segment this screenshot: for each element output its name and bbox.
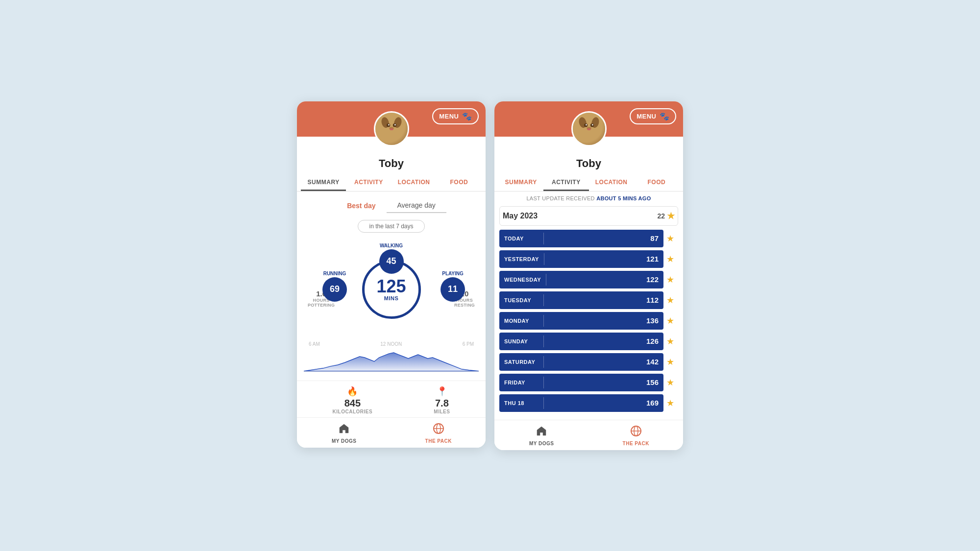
svg-point-20 <box>586 124 587 125</box>
today-name: TODAY <box>504 236 539 241</box>
calories-stat: 🔥 845 KILOCALORIES <box>333 386 373 414</box>
time-chart: 6 AM 12 NOON 6 PM <box>304 341 479 376</box>
month-score: 22 <box>657 212 665 220</box>
right-bottom-nav: MY DOGS THE PACK <box>494 420 683 450</box>
wednesday-name: WEDNESDAY <box>504 277 541 283</box>
day-toggle: Best day Average day <box>304 198 479 213</box>
playing-value: 11 <box>448 284 458 294</box>
day-row-tuesday: TUESDAY 112 ★ <box>499 291 678 309</box>
friday-name: FRIDAY <box>504 380 539 385</box>
month-star-icon: ★ <box>667 211 675 221</box>
right-tab-food[interactable]: FOOD <box>634 174 679 191</box>
running-value: 69 <box>330 284 340 294</box>
total-mins-label: MINS <box>384 295 399 301</box>
right-nav-the-pack[interactable]: THE PACK <box>589 420 684 450</box>
time-label-6am: 6 AM <box>309 341 320 347</box>
day-rows: TODAY 87 ★ YESTERDAY 121 ★ <box>499 230 678 412</box>
the-pack-icon <box>433 423 444 437</box>
thu18-name: THU 18 <box>504 400 539 406</box>
left-nav-the-pack[interactable]: THE PACK <box>392 418 486 448</box>
yesterday-name: YESTERDAY <box>504 256 539 262</box>
miles-stat: 📍 7.8 MILES <box>434 386 450 414</box>
best-day-button[interactable]: Best day <box>336 198 386 213</box>
last-update-prefix: LAST UPDATE RECEIVED <box>526 195 594 201</box>
day-row-wednesday: WEDNESDAY 122 ★ <box>499 271 678 288</box>
date-range-button[interactable]: in the last 7 days <box>358 220 424 233</box>
activity-diagram: 1.6 HOURS POTTERING 20 HOURS RESTING 70 … <box>304 240 479 338</box>
running-label: RUNNING <box>323 271 346 276</box>
left-nav-pack-label: THE PACK <box>425 438 452 444</box>
time-label-noon: 12 NOON <box>380 341 402 347</box>
tuesday-star: ★ <box>666 295 674 306</box>
month-label: May 2023 <box>503 212 538 220</box>
day-row-today: TODAY 87 ★ <box>499 230 678 247</box>
pottering-label2: POTTERING <box>308 303 335 308</box>
my-dogs-icon <box>338 423 350 437</box>
right-tab-summary[interactable]: SUMMARY <box>498 174 543 191</box>
sunday-name: SUNDAY <box>504 338 539 344</box>
thu18-score: 169 <box>646 399 659 407</box>
left-avatar <box>374 111 409 146</box>
monday-score: 136 <box>646 316 659 325</box>
walking-circle: 45 <box>379 249 404 274</box>
left-tab-summary[interactable]: SUMMARY <box>301 174 346 191</box>
left-paw-icon: 🐾 <box>462 112 472 121</box>
day-row-yesterday: YESTERDAY 121 ★ <box>499 250 678 268</box>
tuesday-score: 112 <box>646 296 659 304</box>
walking-value: 45 <box>386 256 396 266</box>
left-header: MENU 🐾 <box>297 101 486 137</box>
left-tab-food[interactable]: FOOD <box>437 174 482 191</box>
miles-icon: 📍 <box>437 386 447 397</box>
walking-section: WALKING 45 <box>379 243 404 274</box>
monday-name: MONDAY <box>504 318 539 324</box>
right-the-pack-icon <box>630 425 642 440</box>
right-menu-button[interactable]: MENU 🐾 <box>630 108 676 124</box>
sunday-star: ★ <box>666 336 674 347</box>
right-nav-my-dogs-label: MY DOGS <box>529 441 554 446</box>
left-nav-my-dogs[interactable]: MY DOGS <box>297 418 392 448</box>
yesterday-star: ★ <box>666 254 674 264</box>
month-stars: 22 ★ <box>657 211 675 221</box>
right-my-dogs-icon <box>536 425 547 440</box>
average-day-button[interactable]: Average day <box>387 198 446 213</box>
playing-label: PLAYING <box>442 271 464 276</box>
time-label-6pm: 6 PM <box>463 341 474 347</box>
calories-label: KILOCALORIES <box>333 409 373 414</box>
svg-point-6 <box>388 124 390 125</box>
month-header: May 2023 22 ★ <box>499 206 678 226</box>
calories-value: 845 <box>344 398 361 409</box>
right-dog-image <box>573 113 605 145</box>
left-tab-location[interactable]: LOCATION <box>392 174 437 191</box>
running-section: RUNNING 69 <box>322 271 347 302</box>
wednesday-score: 122 <box>646 275 659 284</box>
last-update-time: ABOUT 5 MINS AGO <box>596 195 651 201</box>
thu18-star: ★ <box>666 398 674 408</box>
left-nav-my-dogs-label: MY DOGS <box>332 438 357 444</box>
left-tab-activity[interactable]: ACTIVITY <box>346 174 391 191</box>
day-row-friday: FRIDAY 156 ★ <box>499 374 678 391</box>
today-star: ★ <box>666 233 674 244</box>
monday-star: ★ <box>666 315 674 326</box>
day-row-thu18: THU 18 169 ★ <box>499 394 678 412</box>
running-circle: 69 <box>322 277 347 302</box>
left-dog-image <box>375 113 408 145</box>
svg-point-21 <box>591 124 593 125</box>
right-tab-activity[interactable]: ACTIVITY <box>543 174 588 191</box>
wednesday-star: ★ <box>666 274 674 285</box>
svg-point-7 <box>394 124 395 125</box>
activity-chart <box>304 348 479 372</box>
right-activity-content: LAST UPDATE RECEIVED ABOUT 5 MINS AGO Ma… <box>494 192 683 420</box>
tuesday-name: TUESDAY <box>504 297 539 303</box>
resting-label2: RESTING <box>454 303 475 308</box>
saturday-star: ★ <box>666 357 674 367</box>
right-nav-my-dogs[interactable]: MY DOGS <box>494 420 589 450</box>
total-mins-value: 125 <box>376 278 406 295</box>
day-row-monday: MONDAY 136 ★ <box>499 312 678 330</box>
right-tab-location[interactable]: LOCATION <box>589 174 634 191</box>
playing-section: PLAYING 11 <box>441 271 465 302</box>
time-labels: 6 AM 12 NOON 6 PM <box>304 341 479 347</box>
left-menu-button[interactable]: MENU 🐾 <box>432 108 479 124</box>
right-tabs: SUMMARY ACTIVITY LOCATION FOOD <box>494 174 683 192</box>
left-bottom-nav: MY DOGS THE PACK <box>297 417 486 448</box>
left-tabs: SUMMARY ACTIVITY LOCATION FOOD <box>297 174 486 192</box>
